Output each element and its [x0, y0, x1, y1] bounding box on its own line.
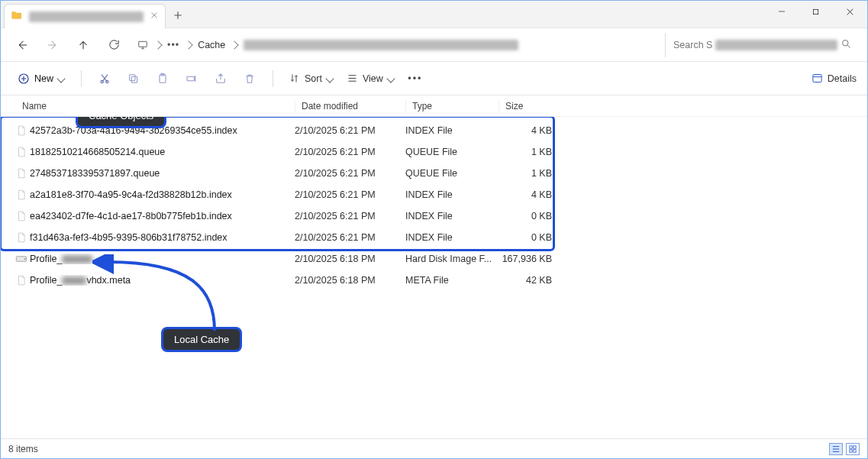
file-type: INDEX File [405, 211, 499, 221]
layout-details-button[interactable] [829, 443, 843, 455]
table-row[interactable]: ea423402-d7fe-4c1d-ae17-8b0b775feb1b.ind… [13, 205, 860, 227]
new-button[interactable]: New [11, 69, 70, 88]
item-count: 8 items [8, 444, 38, 454]
file-date: 2/10/2025 6:21 PM [295, 125, 405, 136]
breadcrumb-trailing-redacted [244, 40, 518, 50]
search-input[interactable]: Search S [665, 33, 860, 57]
svg-rect-17 [853, 449, 856, 451]
window-controls [764, 0, 867, 27]
file-date: 2/10/2025 6:21 PM [295, 189, 405, 200]
file-name: a2a181e8-3f70-4a95-9c4a-f2d38828b12b.ind… [30, 189, 295, 200]
address-bar[interactable]: ••• Cache [131, 33, 662, 57]
file-icon [13, 231, 30, 244]
paste-button[interactable] [150, 66, 175, 91]
status-bar: 8 items [1, 438, 867, 458]
more-button[interactable]: ••• [403, 66, 428, 91]
close-tab-icon[interactable] [150, 11, 159, 22]
close-button[interactable] [833, 0, 867, 23]
details-button[interactable]: Details [812, 73, 857, 84]
tab-current[interactable] [4, 4, 166, 28]
file-name-redacted [62, 255, 92, 263]
svg-rect-7 [130, 74, 135, 80]
back-button[interactable] [8, 33, 36, 57]
titlebar [1, 1, 867, 28]
column-type[interactable]: Type [405, 101, 499, 112]
file-size: 42 KB [499, 275, 552, 286]
column-date[interactable]: Date modified [295, 101, 405, 112]
file-type: QUEUE File [405, 168, 499, 179]
file-size: 1 KB [499, 147, 552, 157]
table-row[interactable]: a2a181e8-3f70-4a95-9c4a-f2d38828b12b.ind… [13, 184, 860, 205]
table-row[interactable]: f31d463a-fef3-4b95-9395-806b31f78752.ind… [13, 227, 860, 248]
add-tab-button[interactable] [166, 3, 190, 27]
file-icon [13, 274, 30, 286]
file-type: INDEX File [405, 125, 499, 136]
column-name[interactable]: Name [22, 101, 295, 112]
refresh-button[interactable] [100, 33, 127, 57]
share-button[interactable] [208, 66, 233, 91]
up-button[interactable] [69, 33, 97, 57]
copy-button[interactable] [121, 66, 146, 91]
separator [273, 70, 273, 87]
file-date: 2/10/2025 6:21 PM [295, 211, 405, 221]
chevron-right-icon [153, 40, 162, 49]
file-size: 167,936 KB [499, 254, 552, 264]
file-type: META File [405, 275, 499, 286]
file-name: ea423402-d7fe-4c1d-ae17-8b0b775feb1b.ind… [30, 211, 295, 221]
file-date: 2/10/2025 6:18 PM [295, 275, 405, 286]
breadcrumb-ellipsis[interactable]: ••• [167, 40, 179, 50]
breadcrumb[interactable]: ••• Cache [137, 40, 518, 50]
svg-point-13 [24, 258, 26, 260]
svg-rect-14 [850, 445, 852, 448]
file-icon [13, 189, 30, 201]
view-label: View [363, 73, 383, 84]
table-row[interactable]: Profile_vhdx.meta 2/10/2025 6:18 PM META… [13, 270, 860, 291]
sort-button[interactable]: Sort [284, 69, 337, 87]
file-type: INDEX File [405, 189, 499, 200]
monitor-icon [137, 40, 149, 50]
svg-rect-1 [139, 41, 147, 47]
breadcrumb-current[interactable]: Cache [198, 40, 225, 50]
folder-icon [11, 9, 23, 24]
tab-title-redacted [29, 11, 144, 22]
table-row[interactable]: Profile_ 2/10/2025 6:18 PM Hard Disk Ima… [13, 248, 860, 270]
file-name-redacted [62, 276, 86, 285]
chevron-right-icon [184, 40, 192, 49]
svg-rect-0 [813, 9, 818, 14]
separator [81, 70, 82, 87]
annotation-label-cache-objects: Cache Objects [76, 117, 166, 128]
cut-button[interactable] [92, 66, 117, 91]
new-label: New [34, 73, 53, 84]
svg-rect-10 [187, 76, 194, 80]
rename-button[interactable] [179, 66, 204, 91]
file-type: QUEUE File [405, 147, 499, 157]
chevron-down-icon [325, 74, 334, 82]
sort-label: Sort [305, 73, 322, 84]
column-size[interactable]: Size [499, 101, 558, 112]
forward-button[interactable] [39, 33, 66, 57]
file-size: 1 KB [499, 168, 552, 179]
file-icon [13, 210, 30, 222]
view-button[interactable]: View [342, 69, 399, 87]
search-icon [841, 38, 852, 52]
delete-button[interactable] [237, 66, 262, 91]
table-row[interactable]: 2748537183395371897.queue 2/10/2025 6:21… [13, 163, 860, 184]
chevron-down-icon [386, 74, 395, 82]
command-bar: New Sort View ••• Details [1, 62, 867, 95]
file-icon [13, 146, 30, 158]
file-icon [13, 124, 30, 137]
file-name: f31d463a-fef3-4b95-9395-806b31f78752.ind… [30, 232, 295, 243]
disk-icon [13, 254, 30, 263]
file-name: Profile_vhdx.meta [30, 275, 295, 286]
svg-rect-11 [813, 75, 821, 82]
chevron-down-icon [56, 74, 65, 82]
minimize-button[interactable] [764, 0, 799, 23]
file-icon [13, 167, 30, 179]
details-label: Details [828, 73, 857, 84]
table-row[interactable]: 18182510214668505214.queue 2/10/2025 6:2… [13, 141, 860, 163]
search-placeholder-redacted [715, 40, 837, 50]
file-date: 2/10/2025 6:18 PM [295, 254, 405, 264]
svg-point-2 [843, 40, 849, 46]
layout-grid-button[interactable] [846, 443, 860, 455]
maximize-button[interactable] [799, 0, 833, 23]
